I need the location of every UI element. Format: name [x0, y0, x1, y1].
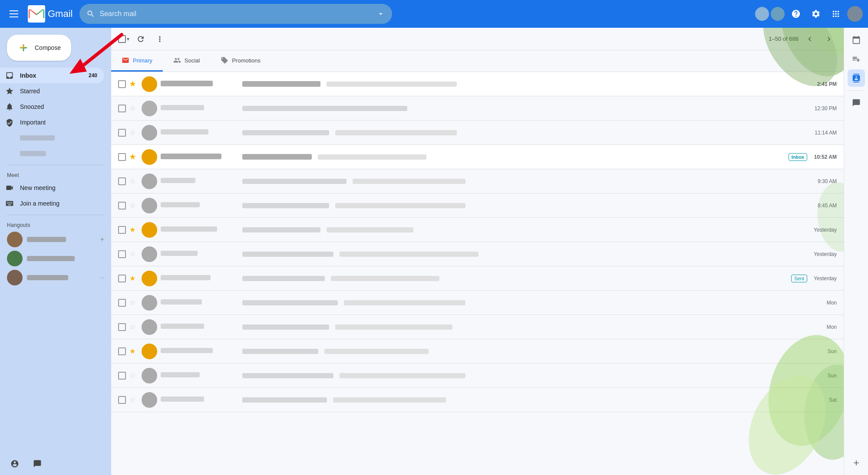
email-row[interactable]: ☆ Sun [111, 364, 844, 388]
search-bar[interactable] [79, 4, 392, 24]
avatar-primary[interactable] [755, 7, 769, 21]
hamburger-button[interactable] [5, 5, 23, 23]
row-star[interactable]: ★ [129, 153, 138, 161]
row-star[interactable]: ☆ [129, 128, 138, 137]
row-star[interactable]: ☆ [129, 177, 138, 186]
calendar-icon-btn[interactable] [848, 31, 865, 49]
row-checkbox[interactable] [118, 250, 126, 258]
row-checkbox[interactable] [118, 275, 126, 282]
row-time: 8:45 AM [811, 203, 837, 209]
row-checkbox[interactable] [118, 129, 126, 137]
email-row[interactable]: ☆ 8:45 AM [111, 193, 844, 218]
row-star[interactable]: ☆ [129, 323, 138, 331]
email-row[interactable]: ☆ 9:30 AM [111, 169, 844, 193]
row-tag: Sent [791, 275, 807, 282]
star-icon [5, 87, 14, 95]
sidebar-item-more1[interactable] [0, 130, 104, 146]
row-checkbox[interactable] [118, 226, 126, 234]
row-star[interactable]: ★ [129, 80, 138, 88]
hangout-ellipsis[interactable]: ··· [100, 275, 104, 281]
row-star[interactable]: ★ [129, 347, 138, 356]
account-avatar[interactable] [847, 6, 863, 22]
right-sidebar [844, 28, 868, 475]
gmail-logo: Gmail [28, 5, 73, 23]
chat-icon-btn[interactable] [848, 94, 865, 111]
email-row[interactable]: ★ Sun [111, 339, 844, 364]
row-avatar [142, 392, 157, 408]
row-checkbox[interactable] [118, 202, 126, 210]
checkbox-box[interactable] [118, 35, 126, 43]
email-row[interactable]: ☆ 11:14 AM [111, 121, 844, 145]
sidebar-item-inbox[interactable]: Inbox 240 [0, 68, 104, 83]
tasks-icon-btn[interactable] [848, 50, 865, 68]
email-row[interactable]: ★ Yesterday [111, 218, 844, 242]
refresh-button[interactable] [133, 31, 149, 47]
row-sender [161, 202, 239, 209]
row-star[interactable]: ★ [129, 226, 138, 234]
row-sender [161, 348, 239, 354]
topbar-right [755, 5, 863, 23]
email-row[interactable]: ☆ 12:30 PM [111, 96, 844, 121]
add-icon-btn[interactable] [848, 454, 865, 472]
settings-button[interactable] [807, 5, 825, 23]
row-star[interactable]: ☆ [129, 104, 138, 113]
row-sender [161, 275, 239, 282]
email-row[interactable]: ★ 2:41 PM [111, 72, 844, 96]
row-star[interactable]: ☆ [129, 371, 138, 380]
tab-primary[interactable]: Primary [111, 50, 163, 72]
sidebar-item-important[interactable]: Important [0, 115, 104, 130]
select-all-checkbox[interactable]: ▾ [118, 35, 129, 43]
hangout-item-1[interactable]: + [0, 230, 111, 249]
next-page-button[interactable] [821, 31, 837, 47]
row-checkbox[interactable] [118, 323, 126, 331]
row-star[interactable]: ☆ [129, 396, 138, 404]
hangout-item-3[interactable]: ··· [0, 268, 111, 287]
email-row[interactable]: ☆ Mon [111, 291, 844, 315]
more-options-button[interactable] [152, 31, 168, 47]
email-row[interactable]: ☆ Sat [111, 388, 844, 412]
compose-button[interactable]: Compose [7, 35, 71, 61]
hangouts-footer-icon[interactable] [30, 456, 45, 472]
inbox-badge: 240 [89, 72, 97, 79]
row-checkbox[interactable] [118, 299, 126, 307]
sidebar-item-starred[interactable]: Starred [0, 83, 104, 99]
row-content [242, 373, 807, 378]
row-sender [161, 226, 239, 233]
row-checkbox[interactable] [118, 105, 126, 112]
row-star[interactable]: ☆ [129, 201, 138, 210]
select-dropdown-icon[interactable]: ▾ [127, 36, 129, 42]
sidebar-item-more2[interactable] [0, 146, 104, 161]
row-sender [161, 154, 239, 161]
email-row[interactable]: ☆ Yesterday [111, 242, 844, 266]
search-icon [86, 10, 95, 18]
meet-section-label: Meet [0, 169, 111, 180]
contacts-icon-btn[interactable] [848, 69, 865, 87]
row-content [242, 276, 788, 281]
search-dropdown-icon[interactable] [376, 10, 385, 18]
row-checkbox[interactable] [118, 153, 126, 161]
avatar-secondary[interactable] [771, 7, 785, 21]
hangout-add-icon[interactable]: + [100, 236, 104, 243]
row-checkbox[interactable] [118, 372, 126, 380]
row-checkbox[interactable] [118, 396, 126, 404]
hangout-item-2[interactable] [0, 249, 111, 268]
search-input[interactable] [99, 10, 372, 18]
row-checkbox[interactable] [118, 177, 126, 185]
row-checkbox[interactable] [118, 347, 126, 355]
sidebar-item-new-meeting[interactable]: New meeting [0, 180, 104, 196]
tab-promotions[interactable]: Promotions [210, 50, 271, 72]
sidebar-item-snoozed[interactable]: Snoozed [0, 99, 104, 115]
row-star[interactable]: ★ [129, 274, 138, 283]
help-button[interactable] [787, 5, 805, 23]
email-row[interactable]: ★ Sent Yesterday [111, 266, 844, 291]
account-footer-icon[interactable] [7, 456, 23, 472]
row-checkbox[interactable] [118, 80, 126, 88]
sidebar-item-join-meeting[interactable]: Join a meeting [0, 196, 104, 211]
email-row[interactable]: ★ Inbox 10:52 AM [111, 145, 844, 169]
apps-button[interactable] [827, 5, 845, 23]
prev-page-button[interactable] [802, 31, 818, 47]
row-star[interactable]: ☆ [129, 298, 138, 307]
row-star[interactable]: ☆ [129, 250, 138, 259]
email-row[interactable]: ☆ Mon [111, 315, 844, 339]
tab-social[interactable]: Social [163, 50, 210, 72]
